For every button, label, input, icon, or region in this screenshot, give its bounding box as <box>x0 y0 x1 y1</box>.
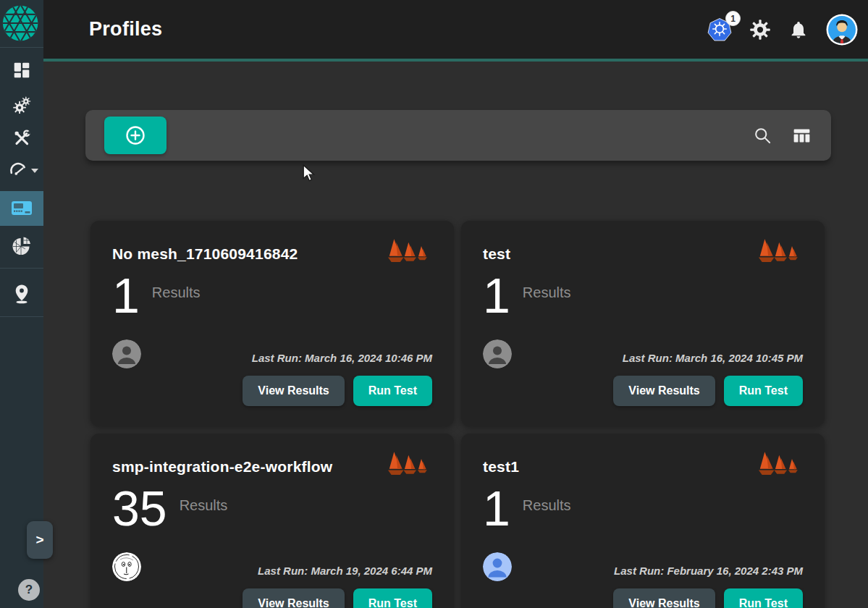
configuration-tools-icon <box>12 129 31 148</box>
profiles-grid: No mesh_1710609416842 <box>90 221 868 608</box>
card-header: No mesh_1710609416842 <box>112 240 432 266</box>
last-run-text: Last Run: February 16, 2024 2:43 PM <box>614 565 803 577</box>
card-header: test <box>483 240 803 266</box>
lifecycle-gears-icon <box>12 95 32 114</box>
sidebar-item-dashboard[interactable] <box>0 54 43 87</box>
results-summary: 1 Results <box>483 483 803 534</box>
meshery-logo-icon[interactable] <box>0 0 43 46</box>
profile-card: No mesh_1710609416842 <box>90 221 454 426</box>
user-avatar-image <box>826 14 858 46</box>
profiles-toolbar <box>85 110 831 161</box>
run-test-button[interactable]: Run Test <box>724 376 803 406</box>
sidebar-expand-button[interactable]: > <box>27 521 53 559</box>
profile-card: test1 1 Res <box>461 434 825 608</box>
sidebar-item-extensions[interactable] <box>0 227 43 266</box>
last-run-text: Last Run: March 16, 2024 10:45 PM <box>623 352 803 364</box>
sidebar-item-lifecycle[interactable] <box>0 88 43 121</box>
results-summary: 35 Results <box>112 483 432 534</box>
gear-icon <box>749 19 771 41</box>
sidebar-item-configuration[interactable] <box>0 122 43 155</box>
profile-name: smp-integration-e2e-workflow <box>112 452 332 476</box>
search-icon <box>753 126 772 145</box>
results-label: Results <box>523 497 571 514</box>
results-label: Results <box>180 497 228 514</box>
chevron-down-icon <box>31 169 38 173</box>
card-actions: View Results Run Test <box>112 376 432 406</box>
user-avatar[interactable] <box>826 14 858 46</box>
card-actions: View Results Run Test <box>483 376 803 406</box>
results-label: Results <box>152 284 201 301</box>
view-results-button[interactable]: View Results <box>243 588 344 608</box>
run-test-button[interactable]: Run Test <box>724 588 803 608</box>
results-label: Results <box>523 284 571 301</box>
sailboats-icon <box>387 451 432 478</box>
card-footer: Last Run: March 16, 2024 10:45 PM View R… <box>483 339 803 406</box>
question-mark-icon: ? <box>25 583 33 597</box>
last-run-text: Last Run: March 19, 2024 6:44 PM <box>258 565 432 577</box>
run-test-button[interactable]: Run Test <box>353 376 432 406</box>
page-title: Profiles <box>89 18 162 41</box>
sidebar-item-performance[interactable] <box>0 153 43 187</box>
table-view-icon <box>791 125 812 146</box>
kubernetes-context-button[interactable]: 1 <box>707 17 732 41</box>
bell-icon <box>788 20 809 40</box>
profile-avatar <box>112 552 141 581</box>
results-summary: 1 Results <box>483 270 803 321</box>
card-actions: View Results Run Test <box>112 588 432 608</box>
card-footer: Last Run: March 19, 2024 6:44 PM View Re… <box>112 552 432 608</box>
extensions-pie-icon <box>11 236 33 258</box>
search-button[interactable] <box>753 126 772 145</box>
profile-card: test 1 Resu <box>461 221 825 426</box>
context-count-badge: 1 <box>725 11 741 26</box>
profile-name: test <box>483 240 510 263</box>
last-run-text: Last Run: March 16, 2024 10:46 PM <box>252 352 432 364</box>
location-pin-icon <box>12 284 31 304</box>
header-actions: 1 <box>707 14 858 46</box>
results-count: 1 <box>112 270 140 321</box>
profile-name: No mesh_1710609416842 <box>112 240 298 263</box>
results-count: 1 <box>483 270 510 321</box>
sailboats-icon <box>758 238 803 266</box>
sailboats-icon <box>758 451 803 478</box>
add-profile-button[interactable] <box>104 117 167 154</box>
view-results-button[interactable]: View Results <box>613 588 715 608</box>
profile-card: smp-integration-e2e-workflow <box>90 434 454 608</box>
chevron-right-icon: > <box>35 532 43 548</box>
view-results-button[interactable]: View Results <box>243 376 344 406</box>
view-results-button[interactable]: View Results <box>613 376 715 406</box>
sidebar-divider <box>0 268 43 269</box>
sidebar-item-catalog[interactable] <box>0 274 43 314</box>
content-area: No mesh_1710609416842 <box>43 62 868 608</box>
help-button[interactable]: ? <box>18 579 40 601</box>
plus-circle-icon <box>125 124 146 146</box>
results-count: 35 <box>112 483 167 534</box>
table-view-button[interactable] <box>791 125 812 146</box>
card-footer: Last Run: March 16, 2024 10:46 PM View R… <box>112 339 432 406</box>
results-summary: 1 Results <box>112 270 432 321</box>
header: Profiles <box>43 0 868 62</box>
profile-avatar <box>483 552 512 581</box>
run-test-button[interactable]: Run Test <box>353 588 432 608</box>
sidebar: > ? <box>0 0 43 608</box>
dashboard-icon <box>12 61 31 80</box>
card-footer: Last Run: February 16, 2024 2:43 PM View… <box>483 552 803 608</box>
performance-gauge-icon <box>9 161 28 179</box>
settings-button[interactable] <box>749 19 771 41</box>
card-header: smp-integration-e2e-workflow <box>112 452 432 478</box>
card-actions: View Results Run Test <box>483 588 803 608</box>
notifications-button[interactable] <box>788 20 809 40</box>
profile-avatar <box>483 339 512 368</box>
toolbar-actions <box>753 125 812 146</box>
sailboats-icon <box>387 238 432 266</box>
profile-avatar <box>112 339 141 368</box>
main-area: Profiles <box>43 0 868 608</box>
meshery-app: > ? Profiles <box>0 0 868 608</box>
card-header: test1 <box>483 452 803 478</box>
results-count: 1 <box>483 483 510 534</box>
profiles-card-icon <box>11 200 33 217</box>
sidebar-divider <box>0 47 43 48</box>
sidebar-item-profiles[interactable] <box>0 191 43 226</box>
profile-name: test1 <box>483 452 519 476</box>
sidebar-divider <box>0 316 43 317</box>
